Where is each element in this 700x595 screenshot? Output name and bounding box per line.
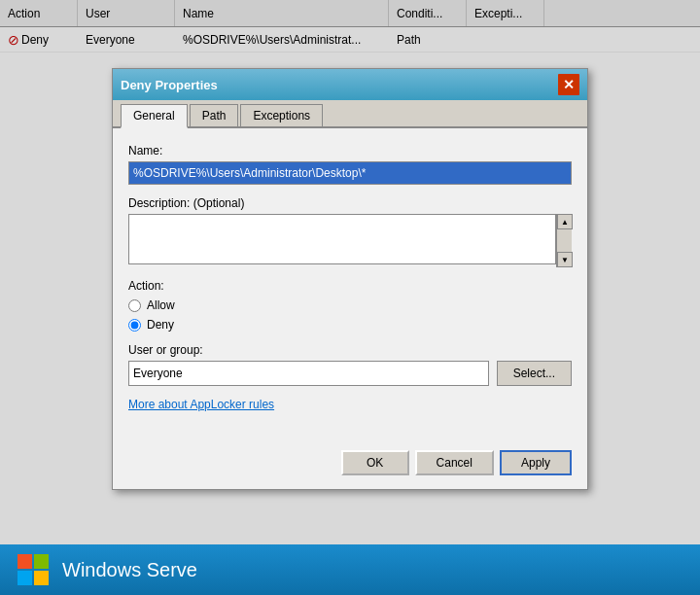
- dialog: Deny Properties ✕ General Path Exception…: [112, 68, 588, 490]
- dialog-title: Deny Properties: [121, 78, 218, 92]
- description-textarea-wrap: ▲ ▼: [128, 214, 572, 267]
- taskbar-text: Windows Serve: [62, 559, 197, 581]
- description-scrollbar[interactable]: ▲ ▼: [556, 214, 572, 267]
- action-label: Action:: [128, 279, 572, 293]
- radio-deny-label: Deny: [147, 318, 174, 332]
- dialog-body: Name: Description: (Optional) ▲ ▼ Action…: [113, 128, 587, 442]
- svg-rect-0: [18, 554, 32, 569]
- name-label: Name:: [128, 144, 572, 158]
- action-group: Action: Allow Deny: [128, 279, 572, 332]
- ok-button[interactable]: OK: [341, 450, 409, 475]
- user-group-row: Select...: [128, 361, 572, 386]
- radio-deny[interactable]: [128, 319, 141, 332]
- applocker-link[interactable]: More about AppLocker rules: [128, 398, 572, 411]
- scroll-down-arrow[interactable]: ▼: [557, 252, 573, 267]
- description-group: Description: (Optional) ▲ ▼: [128, 196, 572, 267]
- description-textarea[interactable]: [128, 214, 556, 264]
- radio-allow-label: Allow: [147, 298, 175, 312]
- dialog-footer: OK Cancel Apply: [113, 442, 587, 489]
- taskbar: Windows Serve: [0, 544, 700, 595]
- user-group-label: User or group:: [128, 343, 572, 357]
- select-button[interactable]: Select...: [497, 361, 572, 386]
- svg-rect-2: [18, 571, 32, 585]
- user-group-group: User or group: Select...: [128, 343, 572, 386]
- apply-button[interactable]: Apply: [500, 450, 572, 475]
- tab-exceptions[interactable]: Exceptions: [240, 104, 323, 126]
- radio-allow-item[interactable]: Allow: [128, 298, 572, 312]
- close-button[interactable]: ✕: [558, 74, 579, 95]
- svg-rect-1: [34, 554, 49, 569]
- name-group: Name:: [128, 144, 572, 185]
- user-group-input[interactable]: [128, 361, 489, 386]
- scroll-up-arrow[interactable]: ▲: [557, 214, 573, 229]
- tabs-bar: General Path Exceptions: [113, 100, 587, 128]
- name-input[interactable]: [128, 161, 572, 185]
- tab-path[interactable]: Path: [190, 104, 239, 126]
- tab-general[interactable]: General: [121, 104, 188, 128]
- radio-allow[interactable]: [128, 299, 141, 312]
- modal-overlay: Deny Properties ✕ General Path Exception…: [0, 0, 700, 544]
- dialog-titlebar: Deny Properties ✕: [113, 69, 587, 100]
- cancel-button[interactable]: Cancel: [415, 450, 494, 475]
- windows-logo: [16, 552, 51, 587]
- radio-deny-item[interactable]: Deny: [128, 318, 572, 332]
- svg-rect-3: [34, 571, 49, 585]
- radio-group: Allow Deny: [128, 298, 572, 332]
- description-label: Description: (Optional): [128, 196, 572, 210]
